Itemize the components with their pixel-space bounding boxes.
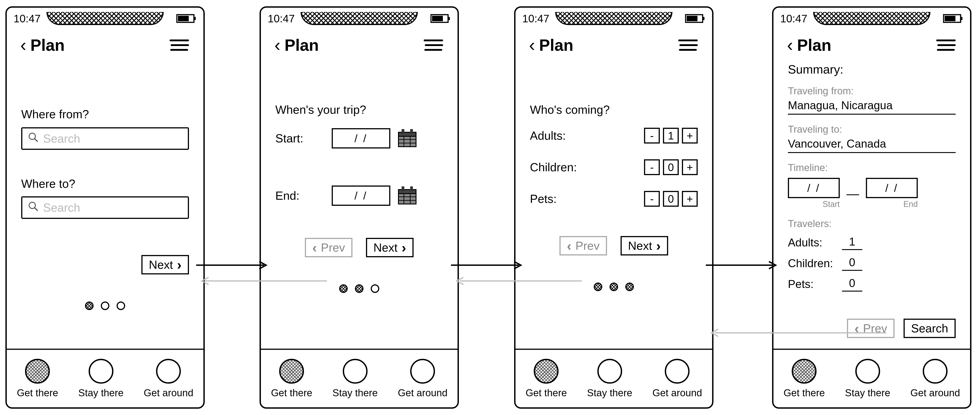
clock: 10:47	[14, 13, 45, 25]
tab-circle-icon	[25, 359, 50, 384]
traveling-from-value[interactable]: Managua, Nicaragua	[788, 99, 956, 115]
clock: 10:47	[522, 13, 554, 25]
back-icon[interactable]: ‹	[787, 35, 793, 56]
children-value[interactable]: 0	[842, 256, 862, 271]
next-button[interactable]: Next ›	[366, 238, 414, 257]
back-icon[interactable]: ‹	[274, 35, 280, 56]
search-icon	[28, 132, 38, 145]
tab-get-there[interactable]: Get there	[17, 359, 58, 399]
tab-get-around[interactable]: Get around	[398, 359, 447, 399]
next-button[interactable]: Next ›	[142, 255, 189, 275]
increment-button[interactable]: +	[682, 128, 698, 144]
start-date-input[interactable]: / /	[332, 128, 390, 148]
menu-icon[interactable]	[678, 40, 698, 51]
bottom-tabs: Get there Stay there Get around	[261, 349, 458, 407]
back-icon[interactable]: ‹	[529, 35, 535, 56]
tab-get-around[interactable]: Get around	[652, 359, 702, 399]
next-button[interactable]: Next ›	[620, 236, 668, 255]
increment-button[interactable]: +	[682, 191, 698, 207]
where-from-input[interactable]: Search	[21, 127, 189, 150]
adults-stepper: - 1 +	[644, 128, 698, 144]
decrement-button[interactable]: -	[644, 191, 660, 207]
header: ‹ Plan	[7, 28, 204, 56]
where-from-label: Where from?	[21, 107, 189, 121]
calendar-icon[interactable]	[397, 185, 417, 206]
children-stepper: - 0 +	[644, 159, 698, 175]
tab-get-there[interactable]: Get there	[526, 359, 567, 399]
svg-rect-31	[945, 16, 955, 21]
traveling-to-value[interactable]: Vancouver, Canada	[788, 137, 956, 153]
tab-get-around[interactable]: Get around	[910, 359, 960, 399]
children-value: 0	[663, 159, 679, 175]
tab-get-there[interactable]: Get there	[271, 359, 312, 399]
menu-icon[interactable]	[424, 40, 444, 51]
prev-label: Prev	[576, 239, 600, 252]
end-date-input[interactable]: / /	[332, 185, 390, 206]
page-title: Plan	[30, 36, 65, 54]
battery-icon	[932, 13, 963, 24]
tab-label: Get around	[398, 387, 447, 399]
tab-stay-there[interactable]: Stay there	[78, 359, 124, 399]
summary-start-date[interactable]: / /	[788, 178, 840, 198]
menu-icon[interactable]	[170, 40, 190, 51]
step-dots	[7, 302, 204, 310]
tab-stay-there[interactable]: Stay there	[587, 359, 632, 399]
svg-line-4	[35, 139, 38, 142]
notch	[813, 12, 931, 25]
tab-get-around[interactable]: Get around	[144, 359, 193, 399]
header: ‹ Plan	[261, 28, 458, 56]
back-icon[interactable]: ‹	[20, 35, 26, 56]
header: ‹ Plan	[515, 28, 712, 56]
svg-rect-20	[402, 187, 404, 192]
tab-circle-icon	[923, 359, 948, 384]
svg-point-5	[29, 202, 35, 209]
tab-circle-icon	[89, 359, 113, 384]
step-dot-2	[609, 283, 618, 291]
tab-label: Get around	[144, 387, 193, 399]
adults-value: 1	[663, 128, 679, 144]
where-to-label: Where to?	[21, 177, 189, 190]
tab-get-there[interactable]: Get there	[784, 359, 825, 399]
calendar-icon[interactable]	[397, 128, 417, 149]
timeline-label: Timeline:	[788, 162, 956, 173]
svg-rect-13	[410, 129, 413, 134]
phone-frame-4: 10:47 ‹ Plan Summary: Traveling from: Ma…	[772, 6, 971, 409]
chevron-left-icon: ‹	[312, 240, 317, 255]
where-to-input[interactable]: Search	[21, 196, 189, 219]
search-icon	[28, 201, 38, 214]
tab-label: Get there	[271, 387, 312, 399]
step-dot-1	[339, 284, 348, 293]
whos-coming-heading: Who's coming?	[530, 103, 698, 117]
children-label: Children:	[788, 257, 833, 270]
svg-rect-8	[448, 17, 450, 20]
chevron-right-icon: ›	[656, 238, 661, 254]
next-label: Next	[628, 239, 652, 252]
summary-end-date[interactable]: / /	[866, 178, 918, 198]
svg-point-3	[29, 133, 35, 139]
notch	[46, 12, 164, 25]
decrement-button[interactable]: -	[644, 128, 660, 144]
end-label: End:	[275, 189, 325, 203]
statusbar: 10:47	[7, 8, 204, 28]
start-label: Start:	[275, 132, 325, 145]
prev-button[interactable]: ‹ Prev	[560, 236, 607, 255]
svg-rect-28	[687, 16, 697, 21]
tab-stay-there[interactable]: Stay there	[332, 359, 378, 399]
trip-dates-heading: When's your trip?	[275, 103, 443, 117]
search-button[interactable]: Search	[904, 319, 956, 338]
adults-value[interactable]: 1	[842, 235, 862, 250]
clock: 10:47	[780, 13, 812, 25]
summary-heading: Summary:	[788, 62, 956, 76]
svg-rect-30	[961, 17, 963, 20]
tab-circle-icon	[410, 359, 435, 384]
tab-stay-there[interactable]: Stay there	[845, 359, 890, 399]
decrement-button[interactable]: -	[644, 159, 660, 175]
prev-button[interactable]: ‹ Prev	[305, 238, 352, 257]
tab-circle-icon	[597, 359, 622, 384]
statusbar: 10:47	[773, 8, 970, 28]
svg-rect-19	[398, 190, 416, 194]
pets-value[interactable]: 0	[842, 277, 862, 292]
increment-button[interactable]: +	[682, 159, 698, 175]
menu-icon[interactable]	[936, 40, 956, 51]
battery-icon	[165, 13, 197, 24]
